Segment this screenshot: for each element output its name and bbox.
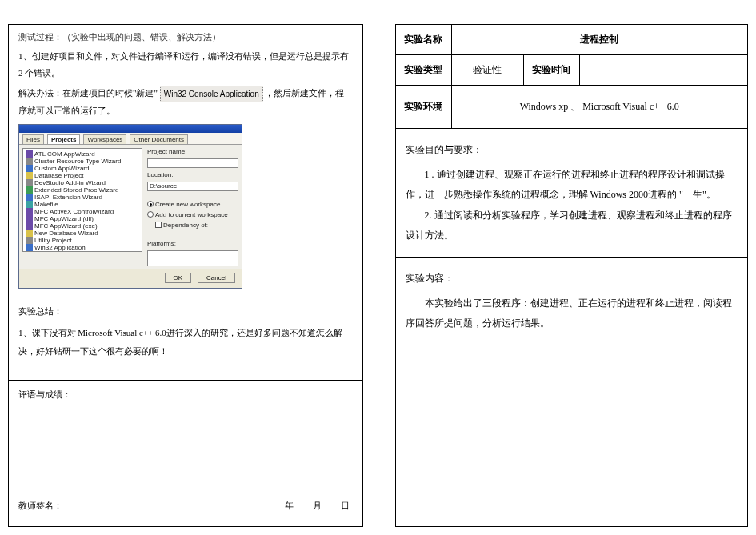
radio-add-current[interactable]: Add to current workspace: [147, 211, 238, 218]
exp-time-label: 实验时间: [523, 55, 579, 86]
teacher-sign-label: 教师签名：: [18, 500, 62, 512]
cancel-button[interactable]: Cancel: [198, 273, 235, 283]
purpose-title: 实验目的与要求：: [406, 140, 738, 160]
dialog-titlebar: [19, 125, 242, 133]
dependency-check[interactable]: Dependency of:: [147, 222, 238, 229]
wizard-icon: [26, 165, 33, 172]
purpose-section: 实验目的与要求： 1 . 通过创建进程、观察正在运行的进程和终止进程的程序设计和…: [395, 129, 749, 257]
debug-heading: 测试过程：（实验中出现的问题、错误、解决方法）: [18, 31, 353, 43]
debug-solution: 解决办法：在新建项目的时候"新建" Win32 Console Applicat…: [18, 85, 353, 119]
wizard-icon: [26, 222, 33, 230]
list-item[interactable]: Custom AppWizard: [25, 165, 140, 172]
exp-name-label: 实验名称: [395, 25, 451, 55]
list-item-label: Makefile: [34, 201, 58, 208]
dialog-buttons: OK Cancel: [19, 269, 242, 288]
summary-label: 实验总结：: [18, 305, 353, 317]
list-item-selected[interactable]: Win32 Console Application: [25, 251, 140, 252]
list-item-label: Database Project: [34, 172, 83, 179]
platforms-label: Platforms:: [147, 240, 238, 247]
list-item-label: Utility Project: [34, 237, 72, 244]
solution-prefix: 解决办法：在新建项目的时候"新建": [18, 88, 158, 98]
radio-icon: [147, 201, 154, 207]
wizard-icon: [26, 150, 33, 158]
location-label: Location:: [147, 171, 238, 178]
list-item-label: MFC ActiveX ControlWizard: [34, 208, 114, 215]
tab-workspaces[interactable]: Workspaces: [83, 134, 126, 144]
list-item[interactable]: MFC AppWizard (exe): [25, 222, 140, 230]
wizard-icon: [26, 215, 33, 222]
content-body: 本实验给出了三段程序：创建进程、正在运行的进程和终止进程，阅读程序回答所提问题，…: [406, 293, 738, 333]
exp-type-label: 实验类型: [395, 55, 451, 86]
experiment-info-table: 实验名称 进程控制 实验类型 验证性 实验时间 实验环境 Windows xp …: [395, 24, 749, 129]
exp-env-label: 实验环境: [395, 86, 451, 129]
wizard-icon: [26, 237, 33, 244]
wizard-icon: [26, 244, 33, 251]
tab-projects[interactable]: Projects: [47, 134, 81, 144]
list-item[interactable]: DevStudio Add-in Wizard: [25, 179, 140, 186]
wizard-icon: [26, 208, 33, 215]
wizard-icon: [26, 158, 33, 165]
list-item[interactable]: ATL COM AppWizard: [25, 150, 140, 158]
list-item-label: Win32 Application: [34, 244, 86, 251]
list-item-label: Extended Stored Proc Wizard: [34, 186, 118, 194]
list-item[interactable]: MFC ActiveX ControlWizard: [25, 208, 140, 215]
new-project-dialog: Files Projects Workspaces Other Document…: [18, 124, 242, 289]
project-type-list[interactable]: ATL COM AppWizard Cluster Resource Type …: [22, 148, 142, 252]
list-item[interactable]: Makefile: [25, 201, 140, 208]
wizard-icon: [26, 194, 33, 201]
wizard-icon: [26, 251, 33, 252]
wizard-icon: [26, 230, 33, 237]
tab-files[interactable]: Files: [22, 134, 44, 144]
list-item-label: ATL COM AppWizard: [34, 150, 95, 158]
wizard-icon: [26, 186, 33, 194]
month-label: 月: [313, 500, 322, 512]
list-item-label: DevStudio Add-in Wizard: [34, 179, 106, 186]
list-item[interactable]: MFC AppWizard (dll): [25, 215, 140, 222]
wizard-icon: [26, 179, 33, 186]
dependency-label: Dependency of:: [163, 222, 208, 229]
list-item[interactable]: Extended Stored Proc Wizard: [25, 186, 140, 194]
debug-item-1: 1、创建好项目和文件，对文件进行编译和运行，编译没有错误，但是运行总是提示有 2…: [18, 48, 353, 82]
radio-label: Create new workspace: [155, 201, 220, 208]
list-item[interactable]: Win32 Application: [25, 244, 140, 251]
list-item-label: New Database Wizard: [34, 230, 98, 237]
exp-type-value: 验证性: [451, 55, 523, 86]
radio-label: Add to current workspace: [155, 211, 228, 218]
table-row: 实验名称 进程控制: [395, 25, 748, 55]
ok-button[interactable]: OK: [165, 273, 192, 283]
table-row: 实验环境 Windows xp 、 Microsoft Visual c++ 6…: [395, 86, 748, 129]
summary-text: 1、课下没有对 Microsoft Visual c++ 6.0进行深入的研究，…: [18, 324, 353, 361]
list-item-label: Cluster Resource Type Wizard: [34, 158, 121, 165]
console-app-label: Win32 Console Application: [160, 86, 263, 102]
list-item[interactable]: Cluster Resource Type Wizard: [25, 158, 140, 165]
content-title: 实验内容：: [406, 269, 738, 289]
checkbox-icon: [155, 222, 162, 228]
project-name-input[interactable]: [147, 158, 238, 168]
wizard-icon: [26, 201, 33, 208]
list-item-label: Win32 Console Application: [34, 251, 110, 252]
project-name-label: Project name:: [147, 148, 238, 155]
list-item[interactable]: New Database Wizard: [25, 230, 140, 237]
purpose-item-2: 2. 通过阅读和分析实验程序，学习创建进程、观察进程和终止进程的程序设计方法。: [406, 206, 738, 246]
list-item-label: ISAPI Extension Wizard: [34, 194, 102, 201]
platforms-list[interactable]: [147, 250, 238, 266]
review-label: 评语与成绩：: [18, 389, 353, 401]
purpose-item-1: 1 . 通过创建进程、观察正在运行的进程和终止进程的程序设计和调试操作，进一步熟…: [406, 165, 738, 205]
list-item[interactable]: Utility Project: [25, 237, 140, 244]
radio-create-new[interactable]: Create new workspace: [147, 201, 238, 208]
tab-other[interactable]: Other Documents: [130, 134, 188, 144]
left-page: 测试过程：（实验中出现的问题、错误、解决方法） 1、创建好项目和文件，对文件进行…: [8, 24, 363, 527]
summary-section: 实验总结： 1、课下没有对 Microsoft Visual c++ 6.0进行…: [9, 297, 362, 381]
list-item-label: MFC AppWizard (exe): [34, 222, 98, 230]
date-row: 年 月 日: [285, 500, 350, 512]
list-item[interactable]: Database Project: [25, 172, 140, 179]
wizard-icon: [26, 172, 33, 179]
list-item[interactable]: ISAPI Extension Wizard: [25, 194, 140, 201]
list-item-label: Custom AppWizard: [34, 165, 89, 172]
location-input[interactable]: D:\source: [147, 182, 238, 191]
right-page: 实验名称 进程控制 实验类型 验证性 实验时间 实验环境 Windows xp …: [395, 24, 749, 527]
year-label: 年: [285, 500, 294, 512]
list-item-label: MFC AppWizard (dll): [34, 215, 94, 222]
dialog-right-panel: Project name: Location: D:\source Create…: [147, 148, 238, 266]
table-row: 实验类型 验证性 实验时间: [395, 55, 748, 86]
